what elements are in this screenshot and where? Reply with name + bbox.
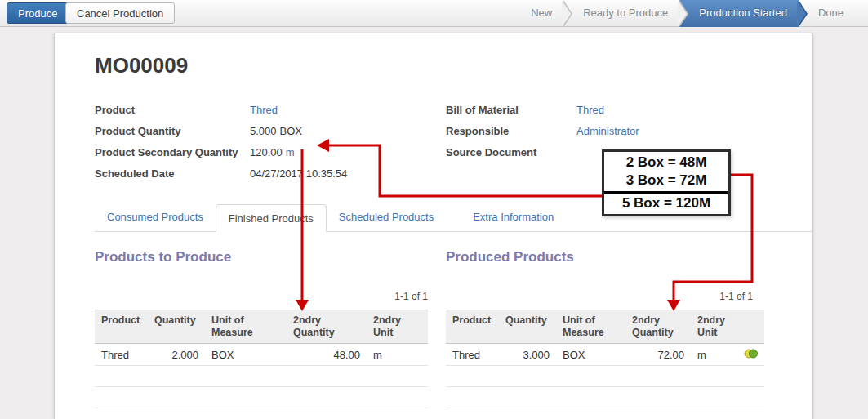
field-scheduled-date-label: Scheduled Date	[95, 167, 250, 180]
annotation-line-1: 2 Box = 48M	[604, 154, 728, 171]
field-product-quantity-label: Product Quantity	[95, 125, 250, 137]
cell-quantity[interactable]: 3.000	[499, 344, 556, 366]
table-header-row: Product Quantity Unit of Measure 2ndry Q…	[446, 310, 764, 344]
field-scheduled-date-value: 04/27/2017 10:35:54	[250, 167, 347, 180]
left-field-group: Product Thred Product Quantity 5.000 BOX…	[95, 99, 430, 184]
field-product: Product Thred	[95, 99, 430, 120]
field-bill-of-material: Bill of Material Thred	[446, 99, 797, 120]
tab-finished-products[interactable]: Finished Products	[216, 204, 327, 232]
col-product[interactable]: Product	[446, 310, 499, 344]
produced-products-heading: Produced Products	[446, 249, 574, 265]
empty-row	[95, 408, 428, 419]
annotation-line-2: 3 Box = 72M	[604, 172, 728, 189]
cell-product[interactable]: Thred	[446, 344, 499, 366]
col-product[interactable]: Product	[95, 310, 148, 344]
cell-2ndry-unit[interactable]: m	[691, 344, 738, 366]
field-responsible: Responsible Administrator	[446, 120, 797, 141]
table-row[interactable]: Thred 3.000 BOX 72.00 m	[446, 344, 764, 366]
col-2ndry-quantity[interactable]: 2ndry Quantity	[287, 310, 367, 344]
manufacturing-order-page: Produce Cancel Production New Ready to P…	[0, 0, 868, 419]
col-quantity[interactable]: Quantity	[148, 310, 205, 344]
row-action-cell	[738, 344, 764, 366]
col-actions	[738, 310, 764, 344]
empty-row	[446, 408, 764, 419]
cell-2ndry-unit[interactable]: m	[367, 344, 428, 366]
cell-product[interactable]: Thred	[95, 344, 148, 366]
field-secondary-quantity-value: 120.00	[250, 146, 283, 158]
produced-products-table: Product Quantity Unit of Measure 2ndry Q…	[446, 310, 764, 419]
col-quantity[interactable]: Quantity	[499, 310, 556, 344]
page-title: MO00009	[95, 53, 188, 78]
col-2ndry-unit[interactable]: 2ndry Unit	[691, 310, 738, 344]
field-secondary-quantity-unit[interactable]: m	[286, 146, 295, 158]
field-product-quantity: Product Quantity 5.000 BOX	[95, 120, 430, 141]
tab-scheduled-products[interactable]: Scheduled Products	[327, 203, 446, 231]
cell-2ndry-quantity[interactable]: 48.00	[287, 344, 367, 366]
tab-extra-information[interactable]: Extra Information	[461, 203, 566, 231]
statusbar: New Ready to Produce Production Started …	[511, 0, 868, 27]
empty-row	[446, 387, 764, 408]
field-product-quantity-unit: BOX	[280, 125, 302, 137]
coins-icon[interactable]	[744, 350, 759, 362]
topbar: Produce Cancel Production New Ready to P…	[0, 0, 868, 27]
empty-row	[95, 366, 428, 387]
field-product-label: Product	[95, 104, 250, 116]
empty-row	[446, 366, 764, 387]
cell-2ndry-quantity[interactable]: 72.00	[625, 344, 691, 366]
tab-consumed-products[interactable]: Consumed Products	[95, 203, 216, 231]
cell-quantity[interactable]: 2.000	[148, 344, 205, 366]
cancel-production-button[interactable]: Cancel Production	[65, 2, 175, 24]
status-step-ready-to-produce[interactable]: Ready to Produce	[563, 0, 679, 27]
products-to-produce-table: Product Quantity Unit of Measure 2ndry Q…	[95, 310, 428, 419]
cell-unit-of-measure[interactable]: BOX	[205, 344, 287, 366]
field-source-document-label: Source Document	[446, 146, 576, 158]
field-product-value[interactable]: Thred	[250, 104, 278, 116]
status-step-new[interactable]: New	[511, 0, 563, 27]
field-secondary-quantity: Product Secondary Quantity 120.00 m	[95, 141, 430, 163]
status-step-done[interactable]: Done	[799, 0, 855, 27]
produced-products-pager: 1-1 of 1	[446, 291, 753, 302]
annotation-note: 2 Box = 48M 3 Box = 72M 5 Box = 120M	[602, 149, 731, 216]
field-responsible-label: Responsible	[446, 125, 576, 137]
col-unit-of-measure[interactable]: Unit of Measure	[205, 310, 287, 344]
field-bill-of-material-label: Bill of Material	[446, 104, 576, 116]
status-step-production-started[interactable]: Production Started	[679, 0, 799, 27]
col-2ndry-unit[interactable]: 2ndry Unit	[367, 310, 428, 344]
field-secondary-quantity-label: Product Secondary Quantity	[95, 146, 250, 158]
col-unit-of-measure[interactable]: Unit of Measure	[556, 310, 625, 344]
annotation-sum-line	[604, 191, 728, 194]
table-header-row: Product Quantity Unit of Measure 2ndry Q…	[95, 310, 428, 344]
produce-button[interactable]: Produce	[7, 2, 69, 24]
empty-row	[95, 387, 428, 408]
col-2ndry-quantity[interactable]: 2ndry Quantity	[625, 310, 691, 344]
cell-unit-of-measure[interactable]: BOX	[556, 344, 625, 366]
table-row[interactable]: Thred 2.000 BOX 48.00 m	[95, 344, 428, 366]
field-product-quantity-value: 5.000	[250, 125, 277, 137]
products-to-produce-heading: Products to Produce	[95, 249, 231, 265]
annotation-line-3: 5 Box = 120M	[604, 195, 728, 212]
field-bill-of-material-value[interactable]: Thred	[576, 104, 604, 116]
mo-form-sheet: MO00009 Product Thred Product Quantity 5…	[54, 33, 813, 419]
field-scheduled-date: Scheduled Date 04/27/2017 10:35:54	[95, 163, 430, 184]
products-to-produce-pager: 1-1 of 1	[95, 291, 428, 302]
field-responsible-value[interactable]: Administrator	[576, 125, 639, 137]
